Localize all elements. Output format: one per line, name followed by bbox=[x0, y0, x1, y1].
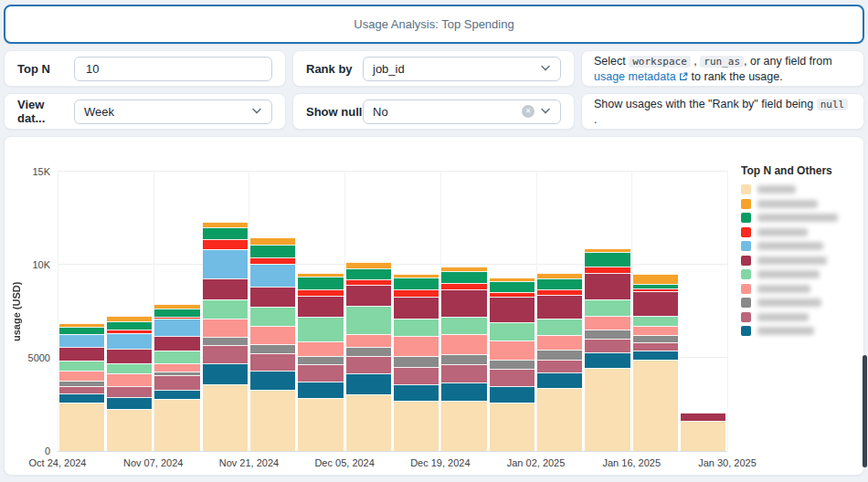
bar-segment-peach bbox=[203, 384, 248, 451]
stacked-bar bbox=[346, 262, 391, 451]
bar-segment-teal bbox=[585, 352, 630, 368]
bar-segment-orange bbox=[250, 237, 295, 245]
gridline bbox=[727, 172, 728, 451]
bar-segment-gray bbox=[441, 354, 486, 364]
legend-item-mint[interactable] bbox=[741, 269, 860, 279]
bar-segment-salmon bbox=[346, 334, 391, 347]
stacked-bar bbox=[490, 278, 535, 451]
bar-segment-sky-blue bbox=[107, 333, 152, 349]
show-null-select[interactable]: No ✕ bbox=[363, 100, 561, 124]
bar-segment-teal bbox=[250, 371, 295, 389]
bar-segment-mint bbox=[633, 316, 678, 326]
rank-by-select[interactable]: job_id bbox=[363, 57, 561, 81]
bar-segment-salmon bbox=[107, 373, 152, 385]
legend-item-orange[interactable] bbox=[741, 199, 860, 209]
legend: Top N and Others bbox=[741, 164, 860, 341]
bar-segment-sky-blue bbox=[203, 249, 248, 279]
legend-item-teal[interactable] bbox=[741, 326, 860, 336]
rank-by-help-line1: Select workspace , run_as, or any field … bbox=[594, 54, 852, 69]
stacked-bar bbox=[394, 274, 439, 451]
legend-item-peach[interactable] bbox=[741, 184, 860, 194]
legend-item-sky-blue[interactable] bbox=[741, 241, 860, 251]
bar-segment-mint bbox=[250, 307, 295, 326]
x-tick-label: Oct 24, 2024 bbox=[29, 457, 87, 468]
legend-item-maroon[interactable] bbox=[741, 256, 860, 266]
bar-segment-sky-blue bbox=[154, 319, 199, 335]
bar-segment-green bbox=[59, 327, 104, 333]
x-tick-label: Jan 30, 2025 bbox=[698, 457, 757, 468]
legend-item-green[interactable] bbox=[741, 213, 860, 223]
bar-segment-mint bbox=[585, 299, 630, 316]
bar-segment-peach bbox=[250, 390, 295, 451]
legend-label-blurred bbox=[757, 313, 809, 321]
top-n-label: Top N bbox=[17, 62, 74, 76]
legend-item-salmon[interactable] bbox=[741, 284, 860, 294]
stacked-bar bbox=[298, 273, 343, 451]
legend-label-blurred bbox=[757, 257, 827, 265]
bar-segment-orange bbox=[346, 262, 391, 268]
stacked-bar bbox=[633, 274, 678, 451]
x-tick-label: Dec 19, 2024 bbox=[410, 457, 470, 468]
usage-chart-card: usage (USD) 0500010K15KOct 24, 2024Nov 0… bbox=[4, 136, 864, 476]
stacked-bar bbox=[250, 237, 295, 452]
top-n-input[interactable] bbox=[84, 61, 262, 77]
bar-segment-teal bbox=[154, 390, 199, 399]
legend-item-rose[interactable] bbox=[741, 312, 860, 322]
bar-segment-peach bbox=[59, 403, 104, 451]
help-text: Show usages with the "Rank by" field bei… bbox=[594, 98, 817, 110]
bar-segment-salmon bbox=[203, 319, 248, 336]
x-tick-label: Dec 05, 2024 bbox=[314, 457, 374, 468]
bar-segment-rose bbox=[250, 353, 295, 371]
y-axis-title: usage (USD) bbox=[10, 172, 23, 451]
bar-segment-green bbox=[203, 227, 248, 238]
legend-swatch bbox=[741, 213, 751, 223]
bar-segment-teal bbox=[633, 351, 678, 360]
bar-segment-rose bbox=[537, 360, 582, 372]
x-tick-label: Jan 16, 2025 bbox=[602, 457, 661, 468]
legend-label-blurred bbox=[757, 327, 814, 335]
show-null-value: No bbox=[373, 105, 516, 119]
bar-segment-mint bbox=[203, 299, 248, 319]
legend-swatch bbox=[741, 284, 751, 294]
bar-segment-mint bbox=[441, 317, 486, 333]
view-data-select[interactable]: Week bbox=[74, 100, 272, 124]
show-null-label: Show null bbox=[306, 105, 363, 119]
x-tick-label: Nov 21, 2024 bbox=[219, 457, 279, 468]
usage-metadata-link[interactable]: usage metadata bbox=[594, 70, 676, 83]
bar-segment-mint bbox=[537, 319, 582, 334]
bar-segment-peach bbox=[585, 368, 630, 451]
bar-segment-teal bbox=[346, 373, 391, 393]
bar-segment-gray bbox=[346, 347, 391, 356]
legend-item-gray[interactable] bbox=[741, 298, 860, 308]
bar-segment-red bbox=[298, 289, 343, 296]
bar-segment-rose bbox=[298, 364, 343, 381]
bar-segment-green bbox=[346, 268, 391, 279]
bar-segment-salmon bbox=[298, 341, 343, 356]
clear-icon[interactable]: ✕ bbox=[522, 105, 535, 118]
bar-segment-maroon bbox=[537, 295, 582, 320]
rank-by-help-line2: usage metadata to rank the usage. bbox=[594, 69, 852, 84]
bar-segment-salmon bbox=[537, 335, 582, 350]
legend-item-red[interactable] bbox=[741, 227, 860, 237]
bar-segment-gray bbox=[203, 337, 248, 345]
view-data-label: View dat... bbox=[17, 98, 74, 125]
show-null-help-line: Show usages with the "Rank by" field bei… bbox=[594, 97, 852, 127]
bar-segment-rose bbox=[441, 364, 486, 382]
external-link-icon[interactable] bbox=[679, 72, 688, 81]
bar-segment-rose bbox=[154, 375, 199, 389]
vertical-scrollbar-thumb[interactable] bbox=[863, 355, 867, 467]
rank-by-card: Rank by job_id bbox=[292, 50, 575, 87]
bar-segment-orange bbox=[633, 274, 678, 284]
bar-segment-rose bbox=[346, 356, 391, 373]
legend-swatch bbox=[741, 241, 751, 251]
help-text: , bbox=[691, 55, 700, 68]
bar-segment-peach bbox=[537, 388, 582, 451]
bar-segment-green bbox=[394, 278, 439, 288]
bar-segment-green bbox=[298, 277, 343, 288]
bar-segment-maroon bbox=[346, 285, 391, 305]
page-title: Usage Analysis: Top Spending bbox=[354, 17, 513, 31]
bar-segment-teal bbox=[394, 384, 439, 401]
x-tick-label: Nov 07, 2024 bbox=[123, 457, 183, 468]
bar-segment-maroon bbox=[59, 347, 104, 361]
help-text: to rank the usage. bbox=[688, 70, 783, 83]
